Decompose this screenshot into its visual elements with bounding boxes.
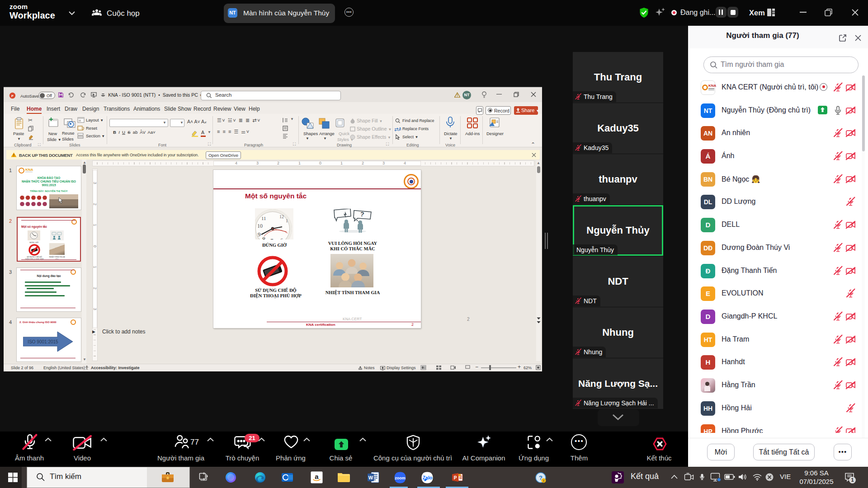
svg-text:!: ! (543, 479, 544, 483)
svg-text:zoom: zoom (395, 476, 406, 480)
svg-text:W: W (368, 475, 373, 480)
svg-text:a: a (315, 473, 319, 480)
svg-text:ISO 9001:2015: ISO 9001:2015 (28, 339, 58, 344)
svg-text:Zalo: Zalo (423, 475, 433, 480)
svg-text:⇄A: ⇄A (394, 127, 401, 132)
svg-text:P: P (454, 475, 457, 480)
